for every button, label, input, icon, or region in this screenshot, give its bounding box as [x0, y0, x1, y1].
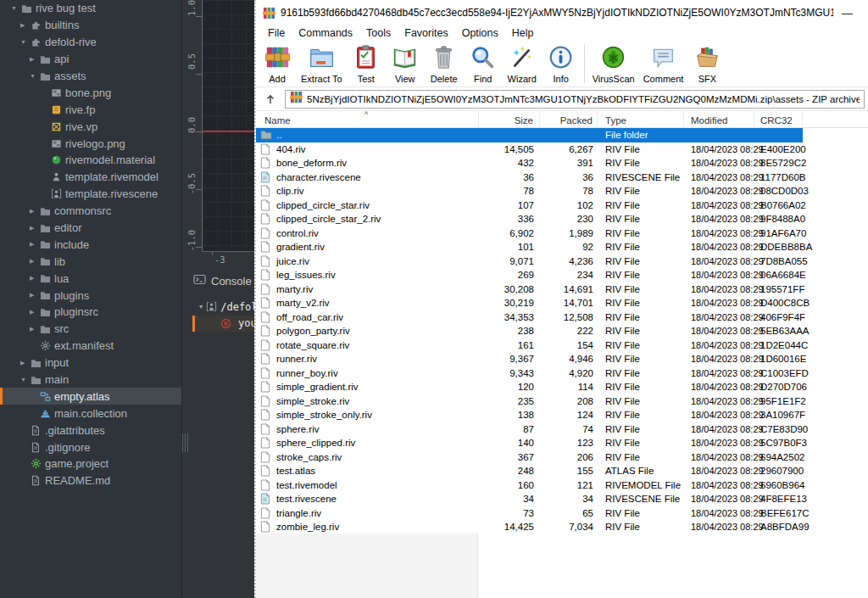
- sidebar-item-readme-md[interactable]: README.md: [0, 472, 181, 489]
- wizard-button[interactable]: Wizard: [503, 41, 542, 87]
- table-row[interactable]: test.rivescene 34 34 RIVESCENE File 18/0…: [256, 492, 803, 506]
- sidebar-item-pluginsrc[interactable]: ▶ pluginsrc: [0, 304, 181, 321]
- table-row[interactable]: clipped_circle_star_2.riv 336 230 RIV Fi…: [256, 212, 803, 226]
- menu-options[interactable]: Options: [455, 27, 505, 39]
- panel-splitter-grip[interactable]: [182, 433, 188, 452]
- table-row[interactable]: rotate_square.riv 161 154 RIV File 18/04…: [256, 338, 803, 353]
- column-header-modified[interactable]: Modified: [684, 111, 754, 127]
- sidebar-item-lua[interactable]: ▶ lua: [0, 270, 181, 287]
- expand-arrow[interactable]: ▶: [30, 258, 40, 265]
- add-button[interactable]: Add: [258, 41, 297, 87]
- sidebar-item-empty-atlas[interactable]: empty.atlas: [0, 388, 181, 405]
- archive-path-combobox[interactable]: 5NzBjYjdIOTIkNDZIOTNiZjE5OWI0YzM3OTJmNTc…: [285, 90, 865, 109]
- sidebar-item-src[interactable]: ▶ src: [0, 321, 181, 338]
- table-row[interactable]: simple_stroke.riv 235 208 RIV File 18/04…: [256, 394, 803, 409]
- expand-arrow[interactable]: ▶: [30, 241, 40, 248]
- sidebar-item-main-collection[interactable]: main.collection: [0, 405, 181, 422]
- tab-console[interactable]: Console: [193, 270, 252, 292]
- table-row[interactable]: off_road_car.riv 34,353 12,508 RIV File …: [256, 310, 803, 325]
- column-header-crc32[interactable]: CRC32: [754, 111, 803, 127]
- table-row[interactable]: clip.riv 78 78 RIV File 18/04/2023 08:29…: [256, 184, 803, 198]
- expand-arrow[interactable]: ▶: [30, 326, 40, 333]
- expand-arrow[interactable]: ▼: [30, 73, 40, 79]
- sidebar-item-input[interactable]: ▶ input: [0, 355, 181, 372]
- sidebar-item-include[interactable]: ▶ include: [0, 236, 181, 253]
- expand-arrow[interactable]: ▼: [20, 377, 31, 383]
- table-row[interactable]: marty.riv 30,208 14,691 RIV File 18/04/2…: [256, 282, 803, 297]
- info-button[interactable]: Info: [542, 41, 581, 87]
- table-row[interactable]: runner_boy.riv 9,343 4,920 RIV File 18/0…: [256, 366, 803, 381]
- expand-arrow[interactable]: ▼: [11, 5, 21, 11]
- table-row[interactable]: character.rivescene 36 36 RIVESCENE File…: [256, 170, 803, 185]
- menu-tools[interactable]: Tools: [359, 27, 398, 39]
- expand-arrow[interactable]: ▶: [30, 208, 40, 215]
- chevron-down-icon[interactable]: ▼: [199, 304, 203, 310]
- sidebar-item--gitignore[interactable]: .gitignore: [0, 439, 181, 455]
- table-row[interactable]: simple_gradient.riv 120 114 RIV File 18/…: [256, 380, 803, 394]
- delete-button[interactable]: Delete: [425, 41, 464, 87]
- up-directory-button[interactable]: [259, 90, 281, 109]
- table-row[interactable]: clipped_circle_star.riv 107 102 RIV File…: [256, 198, 803, 213]
- expand-arrow[interactable]: ▶: [30, 309, 40, 316]
- sidebar-item-defold-rive[interactable]: ▼ defold-rive: [0, 34, 181, 51]
- table-row[interactable]: runner.riv 9,367 4,946 RIV File 18/04/20…: [256, 352, 803, 366]
- sidebar-item-editor[interactable]: ▶ editor: [0, 220, 181, 237]
- view-button[interactable]: View: [386, 41, 425, 87]
- table-row[interactable]: bone_deform.riv 432 391 RIV File 18/04/2…: [256, 156, 803, 170]
- table-row[interactable]: triangle.riv 73 65 RIV File 18/04/2023 0…: [256, 506, 803, 521]
- sidebar-item-commonsrc[interactable]: ▶ commonsrc: [0, 203, 181, 220]
- table-row[interactable]: zombie_leg.riv 14,425 7,034 RIV File 18/…: [256, 520, 803, 534]
- menu-file[interactable]: File: [261, 27, 292, 39]
- sidebar-item-rive-bug-test[interactable]: ▼ rive bug test: [0, 0, 181, 17]
- table-row[interactable]: test.atlas 248 155 ATLAS File 18/04/2023…: [256, 464, 803, 478]
- sidebar-item-rivemodel-material[interactable]: rivemodel.material: [0, 152, 181, 169]
- title-bar[interactable]: 9161b593fd66bd4270468db45c7ecc3ecd558e94…: [256, 0, 868, 25]
- curve-editor-plot[interactable]: [202, 0, 254, 252]
- table-row[interactable]: 404.riv 14,505 6,267 RIV File 18/04/2023…: [256, 143, 803, 157]
- extract-to-button[interactable]: Extract To: [297, 41, 347, 87]
- menu-commands[interactable]: Commands: [292, 27, 359, 39]
- table-row[interactable]: leg_issues.riv 269 234 RIV File 18/04/20…: [256, 268, 803, 282]
- table-row[interactable]: gradient.riv 101 92 RIV File 18/04/2023 …: [256, 240, 803, 254]
- comment-button[interactable]: Comment: [639, 41, 688, 87]
- menu-favorites[interactable]: Favorites: [398, 27, 454, 39]
- table-row[interactable]: juice.riv 9,071 4,236 RIV File 18/04/202…: [256, 254, 803, 269]
- sidebar-item-template-rivemodel[interactable]: template.rivemodel: [0, 169, 181, 186]
- sidebar-item-lib[interactable]: ▶ lib: [0, 253, 181, 270]
- sidebar-item-rivelogo-png[interactable]: rivelogo.png: [0, 135, 181, 152]
- expand-arrow[interactable]: ▶: [20, 22, 31, 29]
- table-row[interactable]: control.riv 6,902 1,989 RIV File 18/04/2…: [256, 226, 803, 241]
- expand-arrow[interactable]: ▶: [30, 225, 40, 232]
- sidebar-item-bone-png[interactable]: bone.png: [0, 84, 181, 101]
- sfx-button[interactable]: SFX: [687, 41, 726, 87]
- sidebar-item-plugins[interactable]: ▶ plugins: [0, 287, 181, 304]
- table-row[interactable]: sphere_clipped.riv 140 123 RIV File 18/0…: [256, 436, 803, 450]
- sidebar-item--gitattributes[interactable]: .gitattributes: [0, 422, 181, 439]
- virusscan-button[interactable]: VirusScan: [588, 41, 639, 87]
- sidebar-item-assets[interactable]: ▼ assets: [0, 68, 181, 85]
- expand-arrow[interactable]: ▶: [20, 360, 31, 366]
- table-row[interactable]: sphere.riv 87 74 RIV File 18/04/2023 08:…: [256, 422, 803, 437]
- sidebar-item-game-project[interactable]: game.project: [0, 455, 181, 472]
- expand-arrow[interactable]: ▶: [30, 292, 40, 299]
- find-button[interactable]: Find: [464, 41, 503, 87]
- table-row[interactable]: simple_stroke_only.riv 138 124 RIV File …: [256, 408, 803, 422]
- sidebar-item-builtins[interactable]: ▶ builtins: [0, 17, 181, 34]
- table-row[interactable]: polygon_party.riv 238 222 RIV File 18/04…: [256, 324, 803, 338]
- sidebar-item-rive-fp[interactable]: rive.fp: [0, 101, 181, 118]
- column-header-packed[interactable]: Packed: [540, 111, 598, 127]
- sidebar-item-ext-manifest[interactable]: ext.manifest: [0, 338, 181, 355]
- table-row[interactable]: marty_v2.riv 30,219 14,701 RIV File 18/0…: [256, 296, 803, 310]
- table-row[interactable]: stroke_caps.riv 367 206 RIV File 18/04/2…: [256, 450, 803, 465]
- menu-help[interactable]: Help: [505, 27, 541, 39]
- expand-arrow[interactable]: ▼: [20, 39, 31, 45]
- sidebar-item-api[interactable]: ▶ api: [0, 51, 181, 68]
- sidebar-item-template-rivescene[interactable]: template.rivescene: [0, 186, 181, 203]
- outline-error-row[interactable]: you: [192, 316, 254, 333]
- table-row[interactable]: test.rivemodel 160 121 RIVEMODEL File 18…: [256, 478, 803, 493]
- column-header-size[interactable]: Size: [479, 111, 540, 127]
- sidebar-item-rive-vp[interactable]: rive.vp: [0, 118, 181, 135]
- expand-arrow[interactable]: ▶: [30, 56, 40, 63]
- column-header-type[interactable]: Type: [598, 111, 684, 127]
- expand-arrow[interactable]: ▶: [30, 275, 40, 282]
